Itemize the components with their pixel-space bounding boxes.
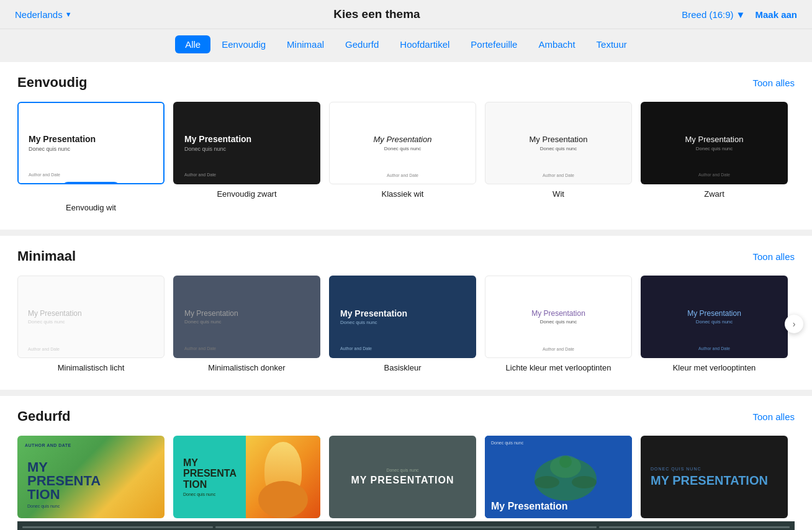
card-big-title: MYPRESENTATION xyxy=(27,460,101,501)
section-eenvoudig-header: Eenvoudig Toon alles xyxy=(17,74,795,91)
filter-tab-eenvoudig[interactable]: Eenvoudig xyxy=(212,35,276,53)
aspect-ratio-label: Breed (16:9) xyxy=(682,9,733,20)
theme-zwart[interactable]: My Presentation Donec quis nunc Author a… xyxy=(641,102,788,199)
card-title: My Presentation xyxy=(184,309,238,318)
section-gedurfd-title: Gedurfd xyxy=(17,408,71,424)
minimaal-themes-row: My Presentation Donec quis nunc Author a… xyxy=(17,276,795,372)
theme-label-lichte-kleur: Lichte kleur met verlooptinten xyxy=(506,363,611,372)
card-subtitle-top: Donec quis nunc xyxy=(386,468,418,472)
theme-klassiek-wit[interactable]: My Presentation Donec quis nunc Author a… xyxy=(329,102,476,199)
section-eenvoudig-toon-alles[interactable]: Toon alles xyxy=(752,78,795,88)
gedurfd-themes-row: AUTHOR AND DATE MYPRESENTATION Donec qui… xyxy=(17,436,795,530)
create-button[interactable]: Maak aan xyxy=(755,9,797,20)
card-author: Author and Date xyxy=(698,346,730,351)
card-author: Author and Date xyxy=(340,346,372,351)
theme-lichte-kleur[interactable]: My Presentation Donec quis nunc Author a… xyxy=(485,276,632,372)
card-author: Author and Date xyxy=(387,173,418,177)
section-eenvoudig-title: Eenvoudig xyxy=(17,74,87,91)
theme-label-eenvoudig-zwart: Eenvoudig zwart xyxy=(217,189,276,199)
theme-academie[interactable]: Donec quis nunc My Presentation Academie xyxy=(485,436,632,530)
theme-card-min-donker[interactable]: My Presentation Donec quis nunc Author a… xyxy=(173,276,320,358)
card-title: My Presentation xyxy=(28,309,82,318)
filter-tab-portefeuille[interactable]: Portefeuille xyxy=(461,35,527,53)
theme-card-briefing[interactable]: Donec quis nunc My Presentation xyxy=(329,436,476,518)
filter-tab-gedurfd[interactable]: Gedurfd xyxy=(335,35,389,53)
card-title: MYPRESENTATION xyxy=(183,457,237,490)
theme-card-basiskleur[interactable]: My Presentation Donec quis nunc Author a… xyxy=(329,276,476,358)
section-gedurfd-toon-alles[interactable]: Toon alles xyxy=(752,411,795,422)
card-subtitle: Donec quis nunc xyxy=(495,146,621,151)
filter-tab-textuur[interactable]: Textuur xyxy=(587,35,637,53)
theme-card-lichte-kleur[interactable]: My Presentation Donec quis nunc Author a… xyxy=(485,276,632,358)
card-overlay-text: My Presentation xyxy=(491,501,568,512)
card-author: Author and Date xyxy=(543,347,574,351)
card-title: My Presentation xyxy=(351,475,454,486)
card-subtitle-top: Donec quis nunc xyxy=(651,467,701,471)
section-minimaal-title: Minimaal xyxy=(17,248,76,264)
theme-card-vertoning[interactable]: MYPRESENTATION Donec quis nunc xyxy=(173,436,320,518)
filter-tab-ambacht[interactable]: Ambacht xyxy=(528,35,585,53)
theme-card-min-licht[interactable]: My Presentation Donec quis nunc Author a… xyxy=(17,276,165,358)
theme-basiskleur[interactable]: My Presentation Donec quis nunc Author a… xyxy=(329,276,476,372)
svg-point-3 xyxy=(572,476,597,488)
theme-card-modern[interactable]: Donec quis nunc My Presentation xyxy=(641,436,788,518)
topbar: Nederlands ▼ Kies een thema Breed (16:9)… xyxy=(0,0,812,29)
theme-min-licht[interactable]: My Presentation Donec quis nunc Author a… xyxy=(17,276,165,372)
aspect-chevron-icon: ▼ xyxy=(736,9,746,20)
card-title: My Presentation xyxy=(495,309,621,318)
theme-card-krachtig[interactable]: AUTHOR AND DATE MYPRESENTATION Donec qui… xyxy=(17,436,165,518)
scroll-right-minimaal[interactable]: › xyxy=(785,315,803,333)
card-title: My Presentation xyxy=(495,135,621,145)
theme-card-academie[interactable]: Donec quis nunc My Presentation xyxy=(485,436,632,518)
theme-label-min-donker: Minimalistisch donker xyxy=(208,363,285,372)
section-minimaal-header: Minimaal Toon alles xyxy=(17,248,795,264)
filter-tab-minimaal[interactable]: Minimaal xyxy=(277,35,334,53)
section-gedurfd: Gedurfd Toon alles AUTHOR AND DATE MYPRE… xyxy=(0,396,812,530)
card-subtitle: Donec quis nunc xyxy=(27,504,60,508)
theme-modern[interactable]: Donec quis nunc My Presentation Modern xyxy=(641,436,788,530)
theme-briefing[interactable]: Donec quis nunc My Presentation Briefing xyxy=(329,436,476,530)
theme-label-eenvoudig-wit: Eenvoudig wit xyxy=(66,203,116,212)
card-subtitle: Donec quis nunc xyxy=(652,146,777,151)
card-author: Author and Date xyxy=(184,173,216,177)
theme-label-klassiek-wit: Klassiek wit xyxy=(382,189,424,199)
card-subtitle: Donec quis nunc xyxy=(184,319,222,325)
card-title: My Presentation xyxy=(491,501,568,512)
page-title: Kies een thema xyxy=(72,7,682,21)
theme-card-eenvoudig-zwart[interactable]: My Presentation Donec quis nunc Author a… xyxy=(173,102,320,184)
theme-label-kleur-verloop: Kleur met verlooptinten xyxy=(673,363,756,372)
card-title: My Presentation xyxy=(340,135,466,145)
card-author: Author and Date xyxy=(29,173,60,177)
card-subtitle: Donec quis nunc xyxy=(652,319,777,325)
theme-card-eenvoudig-wit[interactable]: My Presentation Donec quis nunc Author a… xyxy=(17,102,165,184)
card-author: Author and Date xyxy=(184,346,216,351)
theme-wit[interactable]: My Presentation Donec quis nunc Author a… xyxy=(485,102,632,199)
theme-card-klassiek-wit[interactable]: My Presentation Donec quis nunc Author a… xyxy=(329,102,476,184)
theme-kleur-verloop[interactable]: My Presentation Donec quis nunc Author a… xyxy=(641,276,788,372)
theme-eenvoudig-wit[interactable]: My Presentation Donec quis nunc Author a… xyxy=(17,102,165,212)
card-subtitle: Donec quis nunc xyxy=(28,319,65,325)
card-title: My Presentation xyxy=(651,474,768,487)
svg-point-5 xyxy=(559,456,572,468)
card-subtitle: Donec quis nunc xyxy=(184,146,226,152)
theme-eenvoudig-zwart[interactable]: My Presentation Donec quis nunc Author a… xyxy=(173,102,320,199)
theme-label-zwart: Zwart xyxy=(704,189,724,199)
theme-krachtig[interactable]: AUTHOR AND DATE MYPRESENTATION Donec qui… xyxy=(17,436,165,530)
theme-label-min-licht: Minimalistisch licht xyxy=(58,363,125,372)
aspect-ratio-selector[interactable]: Breed (16:9) ▼ xyxy=(682,9,745,20)
filter-bar: Alle Eenvoudig Minimaal Gedurfd Hoofdart… xyxy=(0,29,812,62)
card-title: My Presentation xyxy=(652,309,777,318)
filter-tab-alle[interactable]: Alle xyxy=(175,35,210,53)
card-author-top: AUTHOR AND DATE xyxy=(25,443,71,447)
theme-label-basiskleur: Basiskleur xyxy=(384,363,422,372)
section-minimaal-toon-alles[interactable]: Toon alles xyxy=(752,251,795,262)
filter-tab-hoofdartikel[interactable]: Hoofdartikel xyxy=(390,35,459,53)
theme-card-wit[interactable]: My Presentation Donec quis nunc Author a… xyxy=(485,102,632,184)
theme-card-kleur-verloop[interactable]: My Presentation Donec quis nunc Author a… xyxy=(641,276,788,358)
section-gedurfd-header: Gedurfd Toon alles xyxy=(17,408,795,424)
language-selector[interactable]: Nederlands ▼ xyxy=(15,9,72,20)
language-chevron-icon: ▼ xyxy=(65,11,72,18)
theme-min-donker[interactable]: My Presentation Donec quis nunc Author a… xyxy=(173,276,320,372)
theme-vertoning[interactable]: MYPRESENTATION Donec quis nunc Vertoning xyxy=(173,436,320,530)
theme-card-zwart[interactable]: My Presentation Donec quis nunc Author a… xyxy=(641,102,788,184)
